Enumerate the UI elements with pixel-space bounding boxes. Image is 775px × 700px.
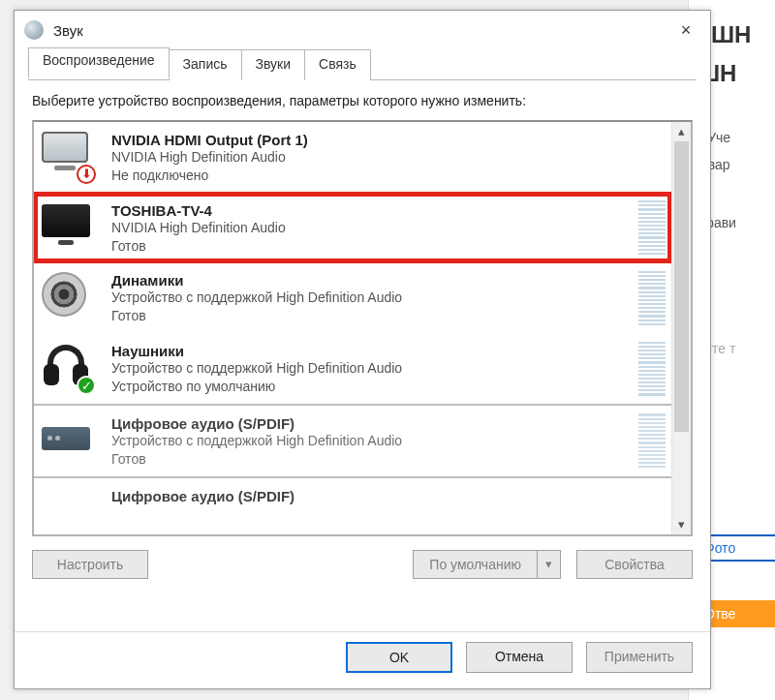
headphones-icon: ✓ (42, 341, 94, 393)
device-status: Готов (111, 307, 633, 325)
configure-button[interactable]: Настроить (32, 550, 148, 579)
cancel-button[interactable]: Отмена (466, 642, 573, 673)
playback-panel: Выберите устройство воспроизведения, пар… (15, 80, 710, 631)
level-meter (638, 342, 666, 396)
scroll-down-button[interactable]: ▾ (672, 515, 691, 534)
device-controller: NVIDIA High Definition Audio (111, 219, 633, 237)
titlebar[interactable]: Звук × (15, 11, 710, 49)
properties-button[interactable]: Свойства (576, 550, 693, 579)
device-controller: Устройство с поддержкой High Definition … (111, 289, 633, 307)
unplugged-icon: ⬇ (77, 165, 96, 184)
panel-buttons: Настроить По умолчанию ▾ Свойства (32, 550, 693, 579)
scroll-thumb[interactable] (674, 141, 689, 432)
set-default-button[interactable]: По умолчанию (413, 550, 538, 579)
instruction-text: Выберите устройство воспроизведения, пар… (32, 92, 693, 110)
device-icon (42, 486, 94, 534)
tv-icon (42, 200, 94, 253)
device-item[interactable]: TOSHIBA-TV-4NVIDIA High Definition Audio… (34, 193, 671, 263)
device-name: TOSHIBA-TV-4 (111, 202, 633, 219)
device-status: Не подключено (111, 167, 666, 185)
set-default-dropdown[interactable]: ▾ (538, 550, 561, 579)
apply-button[interactable]: Применить (586, 642, 693, 673)
device-listbox: ⬇NVIDIA HDMI Output (Port 1)NVIDIA High … (32, 120, 693, 536)
device-text: Цифровое аудио (S/PDIF) (111, 486, 666, 504)
device-text: ДинамикиУстройство с поддержкой High Def… (111, 270, 633, 325)
default-check-icon: ✓ (77, 376, 96, 395)
device-list[interactable]: ⬇NVIDIA HDMI Output (Port 1)NVIDIA High … (34, 122, 671, 534)
level-meter (638, 413, 666, 468)
device-controller: Устройство с поддержкой High Definition … (111, 432, 633, 450)
scroll-track[interactable] (672, 141, 691, 515)
device-text: NVIDIA HDMI Output (Port 1)NVIDIA High D… (111, 130, 666, 185)
device-item[interactable]: ДинамикиУстройство с поддержкой High Def… (34, 262, 671, 333)
close-button[interactable]: × (662, 12, 710, 48)
device-status: Устройство по умолчанию (111, 378, 633, 396)
device-name: Цифровое аудио (S/PDIF) (111, 488, 666, 504)
device-text: НаушникиУстройство с поддержкой High Def… (111, 341, 633, 396)
tab-communications[interactable]: Связь (304, 49, 371, 80)
device-status: Готов (111, 237, 633, 256)
dialog-buttons: OK Отмена Применить (15, 631, 710, 688)
device-name: Динамики (111, 272, 633, 289)
level-meter (638, 271, 666, 325)
tab-sounds[interactable]: Звуки (241, 49, 306, 80)
device-name: Цифровое аудио (S/PDIF) (111, 415, 633, 432)
tab-recording[interactable]: Запись (169, 49, 242, 80)
ok-button[interactable]: OK (346, 642, 452, 673)
device-controller: Устройство с поддержкой High Definition … (111, 359, 633, 378)
device-item[interactable]: Цифровое аудио (S/PDIF)Устройство с подд… (34, 404, 671, 476)
window-title: Звук (53, 22, 83, 39)
scrollbar[interactable]: ▴ ▾ (671, 122, 691, 534)
level-meter (638, 200, 666, 255)
device-item[interactable]: Цифровое аудио (S/PDIF) (34, 476, 671, 534)
device-status: Готов (111, 450, 633, 469)
device-text: TOSHIBA-TV-4NVIDIA High Definition Audio… (111, 200, 633, 256)
scroll-up-button[interactable]: ▴ (672, 122, 691, 141)
speaker-icon (42, 270, 94, 322)
tab-playback[interactable]: Воспроизведение (28, 47, 170, 78)
device-item[interactable]: ✓НаушникиУстройство с поддержкой High De… (34, 333, 671, 404)
monitor-icon: ⬇ (42, 130, 94, 182)
device-controller: NVIDIA High Definition Audio (111, 148, 666, 167)
device-text: Цифровое аудио (S/PDIF)Устройство с подд… (111, 413, 633, 469)
device-name: Наушники (111, 343, 633, 359)
sound-icon (24, 20, 44, 40)
sound-dialog: Звук × Воспроизведение Запись Звуки Связ… (14, 10, 711, 689)
tabstrip: Воспроизведение Запись Звуки Связь (15, 49, 710, 80)
spdif-icon (42, 413, 94, 466)
device-name: NVIDIA HDMI Output (Port 1) (111, 132, 666, 148)
device-item[interactable]: ⬇NVIDIA HDMI Output (Port 1)NVIDIA High … (34, 122, 671, 193)
set-default-split-button[interactable]: По умолчанию ▾ (413, 550, 561, 579)
